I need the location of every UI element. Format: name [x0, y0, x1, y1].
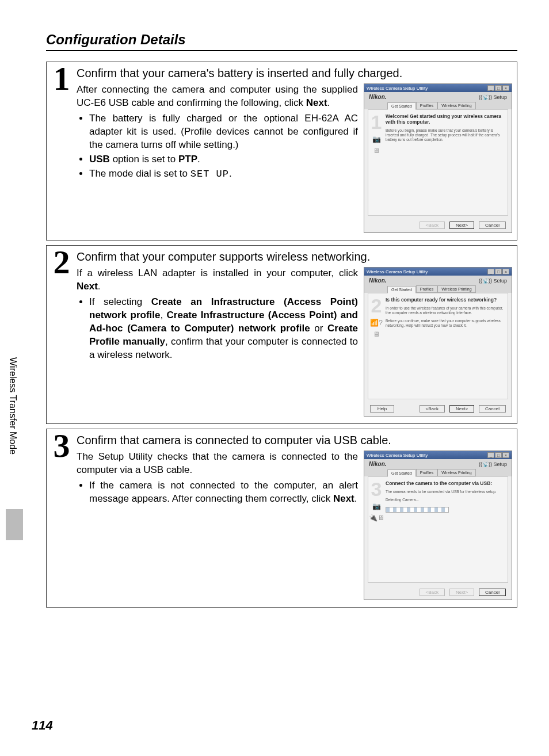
list-item: USB option is set to PTP. [89, 153, 358, 166]
tab-wireless-printing[interactable]: Wireless Printing [437, 102, 476, 109]
maximize-icon[interactable]: □ [495, 269, 502, 274]
help-button[interactable]: Help [370, 405, 394, 413]
wizard-step-digit: 2 [371, 296, 382, 315]
next-button: Next> [449, 589, 474, 596]
wizard-heading: Connect the camera to the computer via U… [386, 480, 504, 486]
window-titlebar: Wireless Camera Setup Utility _ □ × [364, 84, 512, 92]
maximize-icon[interactable]: □ [495, 85, 502, 91]
camera-icon: 📷 [372, 502, 381, 510]
brand-logo: Nikon. [369, 94, 387, 100]
wizard-paragraph: Before you continue, make sure that your… [386, 319, 504, 328]
wizard-heading: Welcome! Get started using your wireless… [386, 113, 504, 125]
minimize-icon[interactable]: _ [487, 452, 494, 458]
computer-icon: 🖥 [373, 147, 380, 155]
detecting-label: Detecting Camera... [386, 498, 504, 502]
wizard-step-digit: 3 [371, 479, 382, 499]
side-tab-marker [6, 509, 23, 540]
tab-get-started[interactable]: Get Started [387, 286, 416, 293]
tab-profiles[interactable]: Profiles [416, 469, 437, 476]
window-titlebar: Wireless Camera Setup Utility _ □ × [364, 268, 512, 276]
minimize-icon[interactable]: _ [487, 269, 494, 274]
step-1: 1 Confirm that your camera's battery is … [46, 62, 517, 240]
step-3-text: The Setup Utility checks that the camera… [77, 450, 358, 600]
back-button: <Back [420, 589, 445, 596]
cancel-button[interactable]: Cancel [479, 222, 506, 229]
list-item: If the camera is not connected to the co… [89, 479, 358, 506]
next-button[interactable]: Next> [449, 222, 474, 229]
tab-get-started[interactable]: Get Started [387, 469, 416, 477]
wireless-setup-icon: ((📡)) Setup [479, 461, 507, 467]
back-button: <Back [420, 222, 445, 229]
tab-profiles[interactable]: Profiles [416, 102, 437, 109]
brand-logo: Nikon. [369, 461, 387, 467]
list-item: If selecting Create an Infrastructure (A… [89, 296, 358, 362]
close-icon[interactable]: × [502, 85, 509, 91]
step-2-title: Confirm that your computer supports wire… [77, 250, 512, 264]
cancel-button[interactable]: Cancel [479, 405, 506, 413]
next-button[interactable]: Next> [449, 405, 474, 413]
step-3-title: Confirm that camera is connected to comp… [77, 434, 512, 447]
window-title: Wireless Camera Setup Utility [367, 453, 428, 458]
progress-bar [386, 507, 449, 513]
list-item: The mode dial is set to SET UP. [89, 167, 358, 181]
cancel-button[interactable]: Cancel [479, 589, 506, 596]
wireless-setup-icon: ((📡)) Setup [479, 278, 507, 284]
step-number-2: 2 [47, 246, 77, 417]
minimize-icon[interactable]: _ [487, 85, 494, 91]
step-2: 2 Confirm that your computer supports wi… [46, 245, 517, 424]
screenshot-3: Wireless Camera Setup Utility _ □ × Niko… [364, 450, 512, 600]
list-item: The battery is fully charged or the opti… [89, 112, 358, 152]
wireless-setup-icon: ((📡)) Setup [479, 94, 507, 100]
window-title: Wireless Camera Setup Utility [367, 269, 428, 274]
window-title: Wireless Camera Setup Utility [367, 86, 428, 91]
page-number: 114 [32, 718, 53, 733]
step-2-text: If a wireless LAN adapter is installed i… [77, 267, 358, 417]
camera-icon: 📷 [372, 135, 381, 143]
usb-computer-icon: 🔌🖥 [369, 514, 384, 522]
wizard-heading: Is this computer ready for wireless netw… [386, 297, 504, 303]
close-icon[interactable]: × [502, 452, 509, 458]
screenshot-1: Wireless Camera Setup Utility _ □ × Niko… [364, 83, 512, 233]
back-button[interactable]: <Back [420, 405, 445, 413]
wizard-step-digit: 1 [371, 112, 382, 132]
step-1-title: Confirm that your camera's battery is in… [77, 67, 512, 80]
brand-logo: Nikon. [369, 277, 387, 284]
step-1-text: After connecting the camera and computer… [77, 83, 358, 233]
screenshot-2: Wireless Camera Setup Utility _ □ × Niko… [364, 267, 512, 417]
window-titlebar: Wireless Camera Setup Utility _ □ × [364, 451, 512, 459]
computer-icon: 🖥 [373, 330, 380, 338]
wizard-paragraph: Before you begin, please make sure that … [386, 128, 504, 142]
wireless-icon: 📶? [370, 319, 383, 327]
tab-get-started[interactable]: Get Started [387, 102, 416, 110]
step-number-3: 3 [47, 429, 77, 600]
section-title: Configuration Details [46, 32, 517, 51]
side-tab: Wireless Transfer Mode [6, 354, 23, 532]
step-3: 3 Confirm that camera is connected to co… [46, 429, 517, 608]
tab-wireless-printing[interactable]: Wireless Printing [437, 469, 476, 476]
step-number-1: 1 [47, 62, 77, 233]
tab-profiles[interactable]: Profiles [416, 285, 437, 293]
tab-wireless-printing[interactable]: Wireless Printing [437, 285, 476, 293]
wizard-paragraph: In order to use the wireless features of… [386, 306, 504, 315]
wizard-paragraph: The camera needs to be connected via USB… [386, 490, 504, 494]
close-icon[interactable]: × [502, 269, 509, 274]
side-tab-label: Wireless Transfer Mode [6, 354, 20, 458]
maximize-icon[interactable]: □ [495, 452, 502, 458]
